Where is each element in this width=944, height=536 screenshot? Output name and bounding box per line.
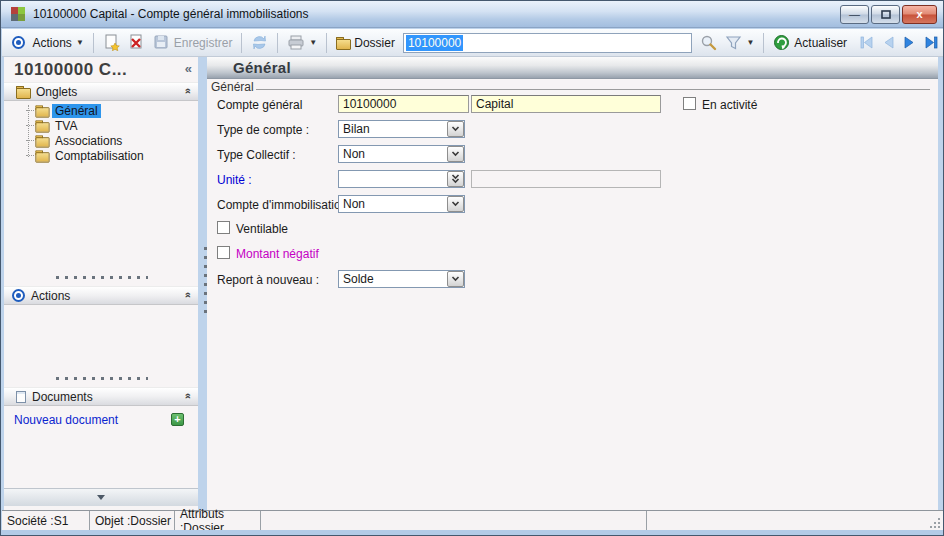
nav-next-icon [903, 36, 916, 49]
compte-immobilisation-select[interactable]: Non [338, 195, 465, 213]
main-panel: Général Général Compte général En activi… [207, 57, 938, 510]
chevron-down-icon [451, 126, 460, 132]
printer-icon [287, 35, 305, 51]
tree-item-label: Associations [52, 134, 125, 148]
close-button[interactable]: x [902, 5, 937, 24]
print-button[interactable]: ▼ [283, 33, 321, 53]
document-icon [16, 391, 26, 403]
chevron-down-icon [451, 151, 460, 157]
sidebar-item-tva[interactable]: TVA [26, 118, 198, 133]
compte-immobilisation-label: Compte d'immobilisation : [217, 198, 354, 212]
save-icon [153, 34, 170, 51]
tree-item-label: TVA [52, 119, 80, 133]
unite-select[interactable] [338, 170, 465, 188]
resize-grip[interactable] [927, 515, 940, 528]
unite-label: Unité : [217, 173, 252, 187]
montant-negatif-checkbox[interactable] [217, 246, 230, 259]
page-title-bar: Général [207, 57, 938, 79]
type-collectif-select[interactable]: Non [338, 145, 465, 163]
tree-item-label: Comptabilisation [52, 149, 147, 163]
save-button-label: Enregistrer [174, 36, 233, 50]
general-groupbox-legend: Général [211, 80, 930, 94]
report-a-nouveau-label: Report à nouveau : [217, 273, 319, 287]
refresh-icon [251, 34, 268, 51]
sidebar-collapse-icon[interactable]: « [185, 61, 192, 76]
maximize-icon [881, 10, 891, 19]
chevron-down-icon: ▼ [309, 38, 317, 47]
ventilable-checkbox[interactable] [217, 221, 230, 234]
toolbar-separator [277, 33, 278, 53]
type-de-compte-select[interactable]: Bilan [338, 120, 465, 138]
search-input-selected-text: 10100000 [406, 35, 463, 51]
collapse-chevrons-icon[interactable]: » [181, 292, 193, 298]
status-bar: Société :S1 Objet :Dossier Attributs :Do… [2, 510, 943, 530]
report-a-nouveau-select[interactable]: Solde [338, 270, 465, 288]
en-activite-checkbox[interactable] [683, 97, 696, 110]
title-bar: 10100000 Capital - Compte général immobi… [1, 1, 943, 28]
actions-menu-button[interactable]: Actions ▼ [29, 34, 88, 52]
search-icon [700, 34, 717, 51]
new-document-link[interactable]: Nouveau document [14, 413, 118, 427]
delete-record-button[interactable] [124, 32, 149, 53]
en-activite-label: En activité [702, 98, 757, 112]
combo-dropdown-button[interactable] [447, 271, 464, 287]
type-collectif-label: Type Collectif : [217, 148, 296, 162]
nav-previous-icon [882, 36, 895, 49]
chevron-down-icon [451, 276, 460, 282]
status-empty-panel [261, 511, 647, 530]
nav-last-button[interactable] [920, 34, 943, 51]
window-title: 10100000 Capital - Compte général immobi… [33, 7, 308, 21]
dossier-button[interactable]: Dossier [332, 34, 399, 52]
sidebar-title: 10100000 C... [14, 60, 127, 80]
search-button[interactable] [696, 32, 721, 53]
tree-item-label: Général [52, 104, 101, 118]
combo-dropdown-button[interactable] [447, 121, 464, 137]
folder-icon [16, 86, 30, 98]
collapse-chevrons-icon[interactable]: » [181, 88, 193, 94]
toolbar-separator [763, 33, 764, 53]
onglets-tree: Général TVA Associations Comptabilisatio… [4, 103, 198, 163]
documents-section-header[interactable]: Documents » [4, 387, 198, 406]
folder-icon [35, 150, 48, 161]
chevron-down-icon: ▼ [76, 38, 84, 47]
filter-funnel-icon [725, 35, 742, 50]
unite-description-field [471, 170, 661, 188]
sidebar-item-comptabilisation[interactable]: Comptabilisation [26, 148, 198, 163]
status-empty-panel [647, 511, 943, 530]
toolbar-separator [326, 33, 327, 53]
onglets-section-header[interactable]: Onglets » [4, 82, 198, 101]
chevron-down-icon [451, 201, 460, 207]
status-societe: Société :S1 [2, 511, 90, 530]
sidebar-footer-bar[interactable] [4, 488, 198, 506]
main-toolbar: Actions ▼ Enregistrer [2, 29, 943, 57]
actualiser-button[interactable]: Actualiser [769, 32, 851, 53]
collapse-chevrons-icon[interactable]: » [181, 393, 193, 399]
sidebar-title-bar: 10100000 C... « [4, 59, 198, 81]
status-attributs: Attributs :Dossier [175, 511, 261, 530]
actions-section-header[interactable]: Actions » [4, 286, 198, 305]
combo-dropdown-button[interactable] [447, 196, 464, 212]
refresh-button[interactable] [247, 32, 272, 53]
status-objet: Objet :Dossier [90, 511, 175, 530]
sidebar-splitter-handle[interactable] [56, 377, 148, 380]
combo-dropdown-button[interactable] [447, 146, 464, 162]
new-record-button[interactable] [99, 32, 124, 53]
actualiser-refresh-icon [773, 34, 790, 51]
body-area: 10100000 C... « Onglets » Général TVA [1, 57, 944, 510]
combo-double-dropdown-button[interactable] [447, 171, 464, 187]
add-document-button[interactable]: + [171, 413, 184, 426]
compte-general-name-input[interactable] [471, 95, 661, 113]
save-button[interactable]: Enregistrer [149, 32, 237, 53]
minimize-button[interactable]: — [840, 5, 869, 24]
sidebar-item-general[interactable]: Général [26, 103, 198, 118]
sidebar-splitter-handle[interactable] [56, 276, 148, 279]
nav-next-button[interactable] [899, 34, 920, 51]
chevron-down-icon [451, 178, 460, 184]
nav-first-button[interactable] [855, 34, 878, 51]
maximize-button[interactable] [871, 5, 900, 24]
sidebar-item-associations[interactable]: Associations [26, 133, 198, 148]
compte-general-input[interactable] [338, 95, 469, 113]
filter-button[interactable]: ▼ [721, 33, 758, 52]
nav-previous-button[interactable] [878, 34, 899, 51]
record-search-input[interactable]: 10100000 [403, 33, 693, 53]
